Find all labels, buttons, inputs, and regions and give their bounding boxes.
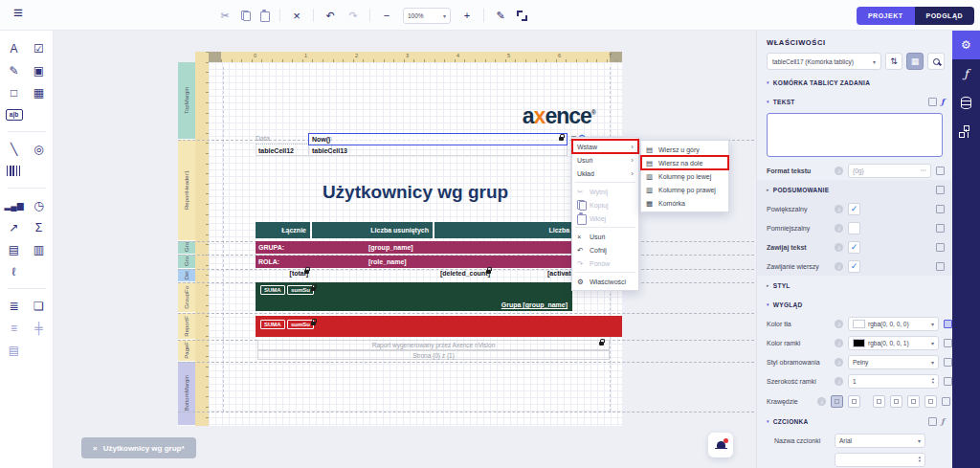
spinner-down-icon[interactable]: ▾ — [932, 381, 934, 385]
table-cell-13[interactable]: tableCell13 — [308, 145, 568, 156]
submenu-item-komorka[interactable]: ▦Komórka — [641, 196, 728, 210]
rail-data-tab[interactable] — [952, 88, 980, 117]
undo-icon[interactable]: ↶ — [323, 10, 337, 22]
insert-row-tool-icon[interactable]: ≡ — [3, 320, 26, 336]
formula-icon[interactable]: ƒ — [941, 416, 945, 426]
border-width-input[interactable]: 1 ▴▾ — [848, 374, 939, 389]
border-width-checkbox[interactable] — [944, 377, 952, 386]
menu-item-kopiuj[interactable]: Kopiuj — [572, 198, 638, 212]
column-header-lacznie[interactable]: Łącznie — [256, 222, 310, 238]
menu-item-wklej[interactable]: Wklej — [572, 212, 638, 225]
copy-icon[interactable] — [241, 11, 251, 21]
category-view-button[interactable]: ▦ — [906, 53, 924, 70]
gauge-tool-icon[interactable]: ◷ — [28, 197, 51, 213]
band-Det[interactable]: Det — [178, 269, 195, 282]
group-footer-label[interactable]: Grupa [group_name] — [501, 301, 568, 308]
line-chart-tool-icon[interactable]: ↗ — [3, 219, 26, 235]
sigma-tool-icon[interactable]: Σ — [28, 219, 51, 235]
bar-chart-tool-icon[interactable]: ▂▄▆ — [3, 197, 26, 213]
submenu-item-wiersz-u-gory[interactable]: ▤Wiersz u góry — [641, 143, 728, 156]
border-color-checkbox[interactable] — [944, 339, 952, 347]
zoom-out-icon[interactable]: − — [380, 10, 393, 21]
band-TopMargin[interactable]: TopMargin — [178, 62, 195, 140]
band-Gro[interactable]: Gro — [178, 241, 195, 255]
zoom-in-icon[interactable]: + — [460, 10, 474, 21]
paste-icon[interactable] — [260, 11, 270, 21]
element-selector[interactable]: tableCell17 (Komórka tablicy) ▾ — [767, 53, 881, 70]
font-size-input[interactable]: ▴▾ — [835, 453, 925, 467]
edges-checkbox[interactable] — [942, 397, 950, 406]
font-name-select[interactable]: Arial ▾ — [835, 434, 925, 448]
menu-item-wytnij[interactable]: ✂Wytnij — [572, 185, 638, 198]
edge-none-button[interactable] — [848, 395, 860, 408]
menu-item-usun-sub[interactable]: Usuń› — [572, 153, 638, 167]
hamburger-menu-icon[interactable]: ≡ — [13, 4, 23, 23]
override-checkbox[interactable] — [936, 224, 945, 233]
page-number-row[interactable]: Strona {0} z {1} — [257, 350, 610, 360]
section-task-table-cell[interactable]: ▾ KOMÓRKA TABLICY ZADANIA — [757, 73, 952, 92]
document-tab[interactable]: × Użytkownicy wg grup* — [81, 437, 196, 458]
rich-text-tool-icon[interactable]: ≣ — [3, 298, 26, 314]
delete-icon[interactable]: × — [290, 9, 303, 23]
notifications-button[interactable] — [708, 433, 733, 457]
grid-row-tool-icon[interactable]: ▤ — [3, 342, 26, 358]
format-input[interactable]: {0g} ⋯ — [848, 164, 931, 178]
menu-item-usun[interactable]: ×Usuń — [572, 230, 638, 243]
ellipsis-button[interactable]: ⋯ — [921, 167, 927, 174]
deleted-count-field[interactable]: [deleted_count] — [394, 270, 490, 277]
override-checkbox[interactable] — [936, 262, 945, 271]
edge-top-button[interactable] — [873, 395, 885, 408]
edge-all-button[interactable] — [831, 395, 843, 408]
band-ReportF[interactable]: ReportF — [178, 313, 195, 340]
rola-row[interactable]: ROLA:[role_name] — [256, 256, 610, 268]
rectangle-tool-icon[interactable]: □ — [3, 84, 26, 100]
projekt-button[interactable]: PROJEKT — [857, 7, 915, 25]
edge-right-button[interactable] — [924, 395, 937, 408]
podsumowanie-checkbox[interactable] — [936, 186, 945, 194]
podglad-button[interactable]: PODGLĄD — [915, 7, 975, 25]
fullscreen-icon[interactable] — [517, 11, 527, 21]
redo-icon[interactable]: ↷ — [346, 10, 360, 22]
rail-functions-tab[interactable]: ƒ — [952, 59, 980, 88]
image-tool-icon[interactable]: ▣ — [28, 62, 51, 78]
edit-field-tool-icon[interactable]: ✎ — [3, 62, 26, 78]
text-value-input[interactable] — [767, 113, 943, 157]
export-tool-icon[interactable]: ▥ — [28, 241, 51, 257]
barcode-tool-icon[interactable] — [3, 163, 26, 179]
property-checkbox[interactable]: ✓ — [848, 260, 860, 273]
column-header-usuniete[interactable]: Liczba usuniętych — [312, 222, 433, 238]
split-cells-tool-icon[interactable]: ╪ — [28, 320, 51, 336]
menu-item-wstaw[interactable]: Wstaw› — [572, 140, 638, 153]
menu-item-ponow[interactable]: ↷Ponów — [572, 256, 638, 270]
sort-button[interactable]: ⇅ — [885, 53, 902, 70]
override-checkbox[interactable] — [936, 243, 945, 252]
edge-left-button[interactable] — [907, 395, 920, 408]
search-button[interactable] — [927, 53, 945, 70]
property-checkbox[interactable]: ✓ — [848, 241, 860, 254]
close-icon[interactable]: × — [93, 444, 98, 453]
component-info-tool-icon[interactable]: ❏ — [28, 298, 51, 314]
band-GroupFo[interactable]: GroupFo — [178, 282, 195, 313]
sumsu-chip[interactable]: sumSu — [287, 285, 314, 295]
section-tekst[interactable]: ▾ TEKST ƒ — [757, 92, 952, 111]
override-checkbox[interactable] — [936, 205, 945, 213]
property-checkbox[interactable] — [848, 222, 860, 234]
border-style-select[interactable]: Pełny ▾ — [848, 355, 939, 369]
bg-color-checkbox[interactable] — [944, 320, 952, 328]
report-title[interactable]: Użytkownicy wg grup — [209, 182, 622, 211]
cut-icon[interactable]: ✂ — [218, 10, 232, 22]
tekst-checkbox[interactable] — [928, 98, 937, 106]
rail-structure-tab[interactable] — [952, 117, 980, 145]
section-czcionka[interactable]: ▾ CZCIONKA ƒ — [757, 412, 952, 431]
section-styl[interactable]: ▸ STYL — [757, 276, 952, 295]
submenu-item-kolumne-po-prawej[interactable]: ▥Kolumnę po prawej — [641, 183, 728, 196]
border-color-select[interactable]: rgba(0, 0, 0, 1) ▾ — [848, 336, 939, 350]
sumsu-chip[interactable]: sumSu — [287, 320, 314, 329]
band-Gro[interactable]: Gro — [178, 255, 195, 269]
submenu-item-wiersz-na-dole[interactable]: ▤Wiersz na dole — [641, 156, 728, 169]
table-tool-icon[interactable]: ▦ — [28, 84, 51, 100]
section-wyglad[interactable]: ▾ WYGLĄD — [757, 295, 952, 314]
validate-icon[interactable]: ✎ — [494, 10, 507, 22]
zoom-level-select[interactable]: 100% ▾ — [403, 8, 451, 24]
property-checkbox[interactable]: ✓ — [848, 203, 860, 215]
